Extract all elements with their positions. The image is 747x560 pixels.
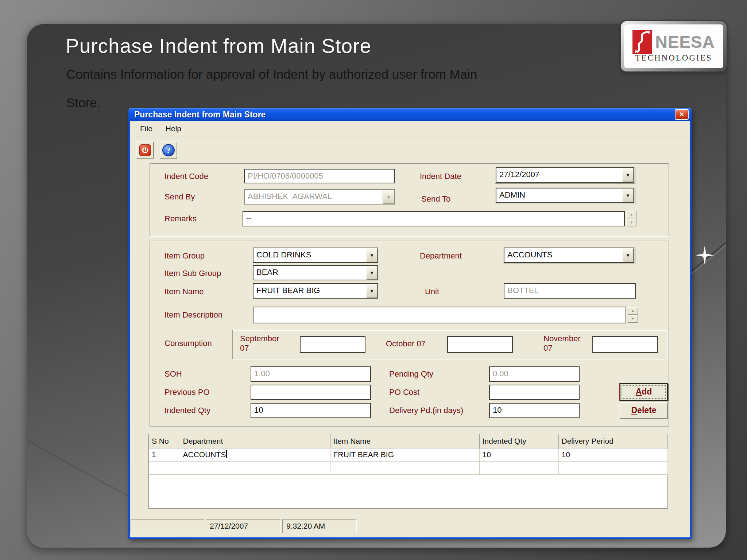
indent-header-group: Indent Code PI/HO/0708/0000005 Indent Da…	[150, 163, 669, 236]
pending-qty-label: Pending Qty	[389, 369, 433, 379]
department-combo[interactable]: ACCOUNTS ▼	[504, 248, 634, 263]
close-button[interactable]: ×	[675, 109, 689, 120]
column-header: Delivery Period	[558, 434, 667, 448]
slide-title: Purchase Indent from Main Store	[66, 34, 371, 58]
chevron-down-icon[interactable]: ▼	[366, 284, 378, 298]
logo-subtitle: TECHNOLOGIES	[635, 53, 712, 63]
status-pane-time: 9:32:20 AM	[282, 519, 357, 533]
send-by-combo[interactable]: ABHISHEK AGARWAL ▼	[244, 189, 395, 205]
chevron-down-icon[interactable]: ▼	[622, 168, 634, 182]
spin-up-icon[interactable]: ▲	[626, 211, 636, 218]
consumption-november-field[interactable]	[592, 336, 658, 353]
previous-po-field[interactable]	[251, 385, 371, 400]
consumption-month-label: October 07	[386, 339, 426, 349]
send-to-label: Send To	[421, 194, 450, 204]
chevron-down-icon: ▼	[383, 190, 394, 204]
power-icon	[139, 144, 151, 156]
item-group-label: Item Group	[165, 251, 205, 261]
spin-down-icon[interactable]: ▼	[626, 219, 636, 226]
remarks-spinner: ▲ ▼	[626, 211, 636, 226]
item-sub-group-combo[interactable]: BEAR ▼	[253, 265, 378, 280]
window-titlebar[interactable]: Purchase Indent from Main Store ×	[128, 108, 692, 121]
chevron-down-icon[interactable]: ▼	[622, 248, 634, 262]
department-label: Department	[420, 251, 462, 261]
indent-code-label: Indent Code	[165, 172, 208, 181]
table-row: 1 ACCOUNTS FRUIT BEAR BIG 10 10	[149, 448, 667, 461]
menu-file[interactable]: File	[134, 123, 158, 135]
chevron-down-icon[interactable]: ▼	[366, 248, 378, 262]
send-by-label: Send By	[165, 192, 195, 202]
menu-bar: File Help	[130, 121, 690, 136]
indented-qty-field[interactable]: 10	[251, 403, 371, 418]
po-cost-field[interactable]	[489, 385, 580, 400]
spin-down-icon[interactable]: ▼	[628, 315, 638, 323]
item-description-label: Item Description	[165, 310, 222, 320]
logo-emblem-icon	[632, 30, 652, 54]
column-header: S No	[149, 434, 180, 448]
po-cost-label: PO Cost	[389, 388, 419, 397]
company-logo: NEESA TECHNOLOGIES	[621, 21, 727, 71]
item-name-label: Item Name	[165, 287, 204, 296]
status-pane-message	[131, 519, 204, 533]
item-sub-group-label: Item Sub Group	[165, 269, 221, 278]
logo-name: NEESA	[655, 32, 715, 52]
slide-subtitle-line1: Contains Information for approval of Ind…	[66, 67, 477, 96]
chevron-down-icon[interactable]: ▼	[366, 266, 378, 280]
item-details-group: Item Group COLD DRINKS ▼ Department ACCO…	[150, 241, 669, 427]
remarks-field[interactable]: --	[243, 211, 625, 226]
grid-header-row: S No Department Item Name Indented Qty D…	[149, 434, 667, 448]
delivery-pd-field[interactable]: 10	[489, 403, 580, 418]
close-icon: ×	[680, 110, 684, 119]
text-cursor	[226, 450, 227, 458]
indent-date-combo[interactable]: 27/12/2007 ▼	[496, 167, 634, 183]
column-header: Department	[180, 434, 330, 448]
window-title: Purchase Indent from Main Store	[128, 110, 266, 120]
column-header: Item Name	[330, 434, 479, 448]
delete-button[interactable]: Delete	[620, 402, 668, 419]
purchase-indent-window: Purchase Indent from Main Store × File H…	[128, 108, 692, 539]
table-row-empty	[149, 461, 667, 474]
column-header: Indented Qty	[479, 434, 558, 448]
exit-button[interactable]	[136, 141, 154, 159]
consumption-october-field[interactable]	[447, 336, 513, 353]
indent-items-grid: S No Department Item Name Indented Qty D…	[148, 434, 668, 509]
sparkle-icon	[695, 246, 714, 265]
previous-po-label: Previous PO	[165, 388, 210, 397]
delivery-pd-label: Delivery Pd.(in days)	[389, 406, 463, 415]
soh-label: SOH	[165, 369, 182, 379]
spin-up-icon[interactable]: ▲	[628, 307, 638, 315]
pending-qty-field[interactable]: 0.00	[489, 366, 580, 382]
item-group-combo[interactable]: COLD DRINKS ▼	[253, 248, 378, 263]
indent-date-label: Indent Date	[420, 172, 461, 181]
status-bar: 27/12/2007 9:32:20 AM	[131, 518, 688, 534]
remarks-label: Remarks	[165, 214, 197, 223]
help-button[interactable]: ?	[160, 141, 177, 159]
soh-field[interactable]: 1.00	[251, 366, 371, 382]
indent-code-field[interactable]: PI/HO/0708/0000005	[244, 169, 395, 183]
consumption-panel: September 07 October 07 November 07	[232, 330, 667, 359]
consumption-label: Consumption	[165, 339, 212, 348]
send-to-combo[interactable]: ADMIN ▼	[496, 188, 634, 203]
indented-qty-label: Indented Qty	[165, 406, 210, 415]
status-pane-date: 27/12/2007	[206, 519, 281, 533]
consumption-month-label: November 07	[543, 334, 591, 353]
consumption-september-field[interactable]	[300, 336, 365, 353]
menu-help[interactable]: Help	[160, 123, 187, 135]
unit-label: Unit	[425, 287, 439, 296]
item-description-spinner: ▲ ▼	[628, 307, 638, 323]
grid-cell-sno[interactable]: 1	[149, 448, 180, 461]
add-button[interactable]: Add	[620, 383, 668, 401]
chevron-down-icon[interactable]: ▼	[622, 188, 634, 202]
grid-cell-indented-qty[interactable]: 10	[479, 448, 558, 461]
toolbar: ?	[130, 137, 690, 163]
page-background: Purchase Indent from Main Store Contains…	[0, 0, 747, 560]
unit-field[interactable]: BOTTEL	[504, 283, 636, 299]
item-name-combo[interactable]: FRUIT BEAR BIG ▼	[253, 283, 378, 299]
item-description-field[interactable]	[253, 307, 626, 323]
help-icon: ?	[162, 144, 175, 156]
consumption-month-label: September 07	[240, 334, 287, 353]
grid-cell-department[interactable]: ACCOUNTS	[180, 448, 330, 461]
grid-cell-delivery-period[interactable]: 10	[558, 448, 667, 461]
grid-cell-item-name[interactable]: FRUIT BEAR BIG	[330, 448, 479, 461]
